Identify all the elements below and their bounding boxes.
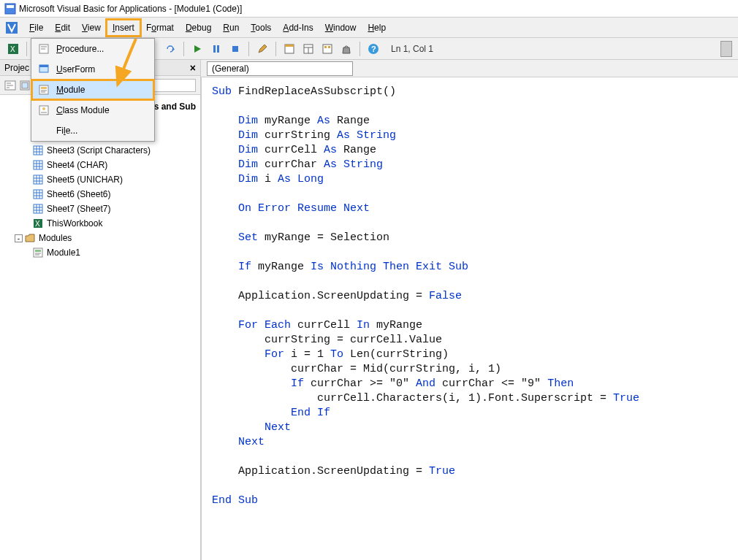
svg-rect-53 <box>34 161 42 169</box>
insert-menu-procedure[interactable]: Procedure... <box>31 39 154 59</box>
tree-node-label: Sheet3 (Script Characters) <box>47 145 151 156</box>
view-object-icon[interactable] <box>19 80 31 91</box>
sheet-icon <box>32 174 44 185</box>
menu-insert[interactable]: Insert <box>107 20 140 36</box>
tree-node-thisworkbook[interactable]: XThisWorkbook <box>3 216 197 231</box>
code-header: (General) <box>201 60 738 77</box>
menu-bar: FileEditViewInsertFormatDebugRunToolsAdd… <box>0 18 738 38</box>
code-window: (General) Sub FindReplaceAsSubscript() D… <box>201 60 738 560</box>
svg-rect-19 <box>285 45 294 47</box>
svg-rect-85 <box>41 87 47 89</box>
project-explorer-icon[interactable] <box>282 42 297 56</box>
stop-icon[interactable] <box>228 42 243 56</box>
svg-rect-16 <box>217 45 219 53</box>
app-icon <box>4 3 16 15</box>
menu-window[interactable]: Window <box>319 20 362 36</box>
insert-menu-class-module[interactable]: Class Module <box>31 100 154 120</box>
svg-point-89 <box>42 107 45 110</box>
object-browser-icon[interactable] <box>320 42 335 56</box>
object-combo[interactable]: (General) <box>207 61 353 76</box>
tree-node-label: Sheet5 (UNICHAR) <box>47 174 123 185</box>
run-icon[interactable] <box>190 42 205 56</box>
tree-node-label: Sheet6 (Sheet6) <box>47 189 110 199</box>
form-icon <box>37 63 50 76</box>
class-icon <box>37 104 50 117</box>
dropdown-item-label: Class Module <box>56 105 110 115</box>
tree-node-modules[interactable]: -Modules <box>3 231 197 245</box>
blank-icon <box>37 124 50 137</box>
svg-rect-58 <box>34 175 42 184</box>
dropdown-item-label: Module <box>56 85 85 95</box>
folder-icon <box>24 232 36 244</box>
toolbox-icon[interactable] <box>339 42 354 56</box>
toolbar-end-marker <box>720 41 732 57</box>
tree-node-sheet4-char[interactable]: Sheet4 (CHAR) <box>3 158 197 172</box>
code-pane[interactable]: Sub FindReplaceAsSubscript() Dim myRange… <box>201 77 738 560</box>
svg-text:X: X <box>10 45 15 53</box>
title-bar: Microsoft Visual Basic for Applications … <box>0 0 738 18</box>
close-icon[interactable]: × <box>190 62 196 74</box>
tree-node-sheet3-script-characters[interactable]: Sheet3 (Script Characters) <box>3 143 197 158</box>
help-icon[interactable]: ? <box>366 42 381 56</box>
menu-format[interactable]: Format <box>140 20 180 36</box>
svg-text:?: ? <box>371 45 376 53</box>
object-combo-value: (General) <box>212 64 249 74</box>
svg-rect-83 <box>39 65 48 67</box>
svg-rect-17 <box>232 46 238 52</box>
code-editor[interactable]: Sub FindReplaceAsSubscript() Dim myRange… <box>212 85 732 508</box>
menu-debug[interactable]: Debug <box>180 20 217 36</box>
tree-node-sheet6-sheet6[interactable]: Sheet6 (Sheet6) <box>3 187 197 202</box>
svg-rect-33 <box>22 83 28 88</box>
pause-icon[interactable] <box>209 42 224 56</box>
project-tree[interactable]: -s and SubSheet1 (Sheet1)Sheet2 (Equatio… <box>0 95 200 560</box>
mod-icon <box>32 247 44 258</box>
svg-rect-25 <box>328 46 330 48</box>
dropdown-item-label: UserForm <box>56 64 95 74</box>
insert-menu-dropdown: Procedure...UserFormModuleClass ModuleFi… <box>31 38 155 142</box>
menu-add-ins[interactable]: Add-Ins <box>277 20 319 36</box>
tree-node-label: Module1 <box>47 248 80 258</box>
menu-file[interactable]: File <box>23 20 49 36</box>
tree-node-sheet5-unichar[interactable]: Sheet5 (UNICHAR) <box>3 172 197 187</box>
svg-rect-63 <box>34 190 42 199</box>
tree-node-label: s and Sub <box>154 101 196 112</box>
menu-edit[interactable]: Edit <box>49 20 76 36</box>
svg-rect-84 <box>39 85 48 94</box>
sheet-icon <box>32 145 44 156</box>
vba-icon <box>4 20 19 35</box>
sheet-icon <box>32 203 44 215</box>
svg-rect-75 <box>34 248 42 257</box>
svg-rect-1 <box>7 5 14 8</box>
tree-node-label: Sheet7 (Sheet7) <box>47 204 110 214</box>
svg-rect-76 <box>35 250 41 252</box>
tree-node-sheet7-sheet7[interactable]: Sheet7 (Sheet7) <box>3 202 197 216</box>
tree-node-module1[interactable]: Module1 <box>3 245 197 260</box>
svg-rect-48 <box>34 146 42 155</box>
tree-node-label: ThisWorkbook <box>47 218 102 229</box>
menu-help[interactable]: Help <box>362 20 392 36</box>
view-code-icon[interactable] <box>4 80 16 91</box>
menu-run[interactable]: Run <box>217 20 245 36</box>
dropdown-item-label: Procedure... <box>56 44 104 54</box>
tree-node-label: Sheet4 (CHAR) <box>47 160 107 170</box>
svg-rect-15 <box>213 45 216 53</box>
menu-view[interactable]: View <box>76 20 107 36</box>
cursor-position: Ln 1, Col 1 <box>391 44 716 54</box>
tree-node-label: Modules <box>39 233 72 243</box>
redo-icon[interactable] <box>163 42 178 56</box>
insert-menu-module[interactable]: Module <box>31 80 154 100</box>
menu-tools[interactable]: Tools <box>245 20 277 36</box>
properties-window-icon[interactable] <box>301 42 316 56</box>
window-title: Microsoft Visual Basic for Applications … <box>19 4 242 14</box>
svg-rect-24 <box>324 46 327 48</box>
svg-text:X: X <box>35 220 40 228</box>
excel-view-icon[interactable]: X <box>6 42 20 56</box>
design-mode-icon[interactable] <box>255 42 270 56</box>
svg-rect-23 <box>323 45 332 53</box>
sheet-icon <box>32 159 44 171</box>
sheet-icon <box>32 188 44 200</box>
module-icon <box>37 83 50 96</box>
svg-rect-68 <box>34 204 42 213</box>
insert-menu-userform[interactable]: UserForm <box>31 59 154 80</box>
insert-menu-file[interactable]: File... <box>31 120 154 141</box>
